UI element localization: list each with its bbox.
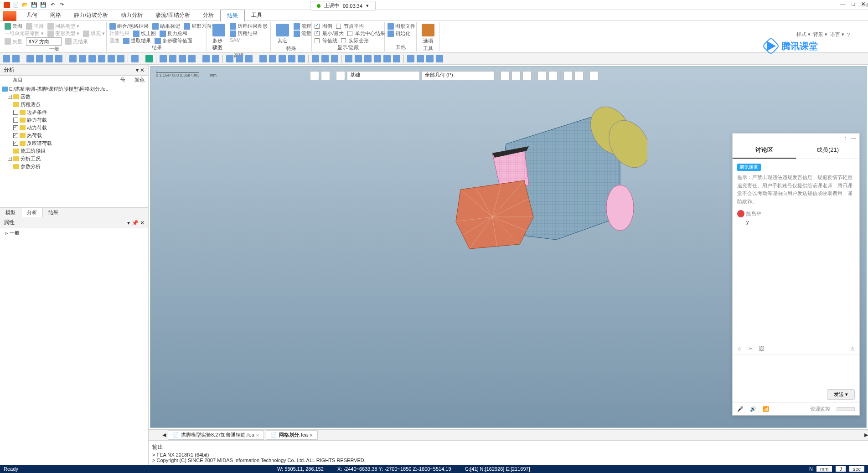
- tree-item[interactable]: 参数分析: [2, 163, 146, 170]
- open-icon[interactable]: 📂: [22, 2, 28, 8]
- tb-icon[interactable]: [12, 55, 20, 62]
- tree-item[interactable]: 施工阶段组: [2, 147, 146, 155]
- style-dropdown[interactable]: 样式 ▾: [796, 31, 811, 38]
- btn-deformtype[interactable]: 变形类型 ▾: [47, 30, 79, 37]
- menu-tools[interactable]: 工具: [245, 10, 269, 21]
- menu-dynamic[interactable]: 动力分析: [114, 10, 149, 21]
- maximize-icon[interactable]: □: [852, 1, 855, 7]
- tab-nav-left[interactable]: ◀: [162, 432, 166, 438]
- tb-icon[interactable]: [36, 55, 43, 62]
- btn-noresult[interactable]: 无结果: [65, 38, 88, 45]
- pin-icon[interactable]: ▾: [136, 67, 139, 73]
- chk-nodeavg[interactable]: 节点平均: [336, 23, 364, 30]
- vt-btn[interactable]: [310, 71, 319, 80]
- btn-init[interactable]: 初始化: [388, 30, 410, 37]
- tb-icon[interactable]: [331, 55, 338, 62]
- btn-contour[interactable]: 云图: [5, 23, 22, 30]
- menu-geometry[interactable]: 几何: [20, 10, 44, 21]
- tb-icon[interactable]: [226, 55, 233, 62]
- vt-btn[interactable]: [321, 71, 330, 80]
- view-select-1[interactable]: 基础: [347, 71, 420, 80]
- chk-contourline[interactable]: 等值线: [315, 37, 337, 44]
- btn-fill[interactable]: 填充 ▾: [83, 30, 105, 37]
- close-tab-icon[interactable]: ×: [256, 432, 259, 438]
- close-tab-icon[interactable]: ×: [310, 432, 312, 438]
- btn-imagefile[interactable]: 图形文件: [388, 23, 415, 30]
- tb-icon[interactable]: [88, 55, 96, 62]
- chk-legend[interactable]: 图例: [315, 23, 332, 30]
- close-panel-icon[interactable]: ✕: [140, 67, 145, 73]
- pin-icon[interactable]: ▾: [127, 220, 130, 226]
- btn-multistep-iso[interactable]: 多步骤等值面: [155, 37, 192, 44]
- tb-icon[interactable]: [3, 55, 10, 62]
- save-icon[interactable]: 💾: [31, 2, 37, 8]
- unit-mm[interactable]: mm: [816, 466, 832, 472]
- vt-btn[interactable]: [563, 71, 573, 80]
- vt-btn[interactable]: [574, 71, 584, 80]
- tree-item[interactable]: 历程测点: [2, 101, 146, 108]
- vt-btn[interactable]: [589, 71, 599, 80]
- close-icon[interactable]: ✕: [861, 1, 865, 7]
- btn-meshtype[interactable]: 网格类型 ▾: [47, 23, 79, 30]
- file-tab-active[interactable]: 📄网格划分.fea×: [266, 430, 317, 440]
- tb-icon[interactable]: [321, 55, 329, 62]
- minimize-icon[interactable]: —: [840, 1, 845, 7]
- tb-icon[interactable]: [236, 55, 243, 62]
- menu-results[interactable]: 结果: [220, 10, 245, 21]
- model-tree[interactable]: E:\拱桥培训-拱脚\课程阶段模型\网格划分.fe.. +函数历程测点边界条件静…: [0, 84, 148, 207]
- tb-icon[interactable]: [374, 55, 381, 62]
- tree-item[interactable]: +分析工况: [2, 155, 146, 163]
- bg-dropdown[interactable]: 背景 ▾: [813, 31, 827, 38]
- unit-j[interactable]: J: [836, 466, 846, 472]
- btn-circle[interactable]: 圆曲: [109, 37, 119, 44]
- help-icon[interactable]: ?: [847, 32, 850, 37]
- save-all-icon[interactable]: 💾: [40, 2, 46, 8]
- btn-multistep-chart[interactable]: 多步骤图: [210, 23, 228, 52]
- tb-icon[interactable]: [407, 55, 414, 62]
- tab-results[interactable]: 结果: [43, 208, 64, 217]
- vt-btn[interactable]: [548, 71, 558, 80]
- unit-sec[interactable]: sec: [849, 466, 864, 472]
- tree-item[interactable]: 静力荷载: [2, 116, 146, 124]
- chat-menu-icon[interactable]: ⋮: [843, 135, 848, 140]
- tb-icon[interactable]: [179, 55, 186, 62]
- vt-btn[interactable]: [336, 71, 345, 80]
- speaker-icon[interactable]: 🔊: [750, 406, 756, 412]
- tb-icon[interactable]: [212, 55, 219, 62]
- tb-icon[interactable]: [426, 55, 434, 62]
- tb-icon[interactable]: [55, 55, 62, 62]
- close-panel-icon[interactable]: ✕: [140, 220, 145, 226]
- tb-icon[interactable]: [288, 55, 295, 62]
- tb-icon[interactable]: [364, 55, 372, 62]
- tree-item[interactable]: 动力荷载: [2, 124, 146, 132]
- tb-icon[interactable]: [69, 55, 77, 62]
- btn-history-chart[interactable]: 历程结果图形: [230, 23, 268, 30]
- vt-btn[interactable]: [537, 71, 547, 80]
- emoji-icon[interactable]: ☺: [737, 346, 742, 352]
- tb-icon[interactable]: [145, 55, 153, 62]
- tb-icon[interactable]: [131, 55, 139, 62]
- chat-input[interactable]: [733, 355, 859, 386]
- btn-volume[interactable]: 流量: [294, 30, 311, 37]
- btn-combine[interactable]: 组合/包络结果: [109, 23, 149, 30]
- btn-extract[interactable]: 提取结果: [123, 37, 151, 44]
- chat-min-icon[interactable]: —: [851, 135, 856, 140]
- btn-resultmark[interactable]: 结果标记: [152, 23, 180, 30]
- tb-icon[interactable]: [46, 55, 53, 62]
- btn-vector[interactable]: 矢量: [5, 38, 22, 45]
- tb-icon[interactable]: [269, 55, 276, 62]
- signal-icon[interactable]: 📶: [763, 406, 769, 412]
- tb-icon[interactable]: [245, 55, 253, 62]
- tb-icon[interactable]: [393, 55, 400, 62]
- file-tab[interactable]: 📄拱脚模型实验8.27加普通钢筋.fea×: [168, 430, 264, 440]
- lang-dropdown[interactable]: 语言 ▾: [830, 31, 844, 38]
- vt-btn[interactable]: [522, 71, 532, 80]
- menu-static[interactable]: 静力/边坡分析: [67, 10, 114, 21]
- tb-icon[interactable]: [355, 55, 362, 62]
- tb-icon[interactable]: [298, 55, 305, 62]
- tree-root[interactable]: E:\拱桥培训-拱脚\课程阶段模型\网格划分.fe..: [2, 85, 146, 93]
- tree-item[interactable]: 边界条件: [2, 108, 146, 116]
- tb-icon[interactable]: [279, 55, 286, 62]
- warning-icon[interactable]: ⚠: [850, 346, 855, 352]
- resource-monitor[interactable]: 资源监控: [810, 406, 830, 412]
